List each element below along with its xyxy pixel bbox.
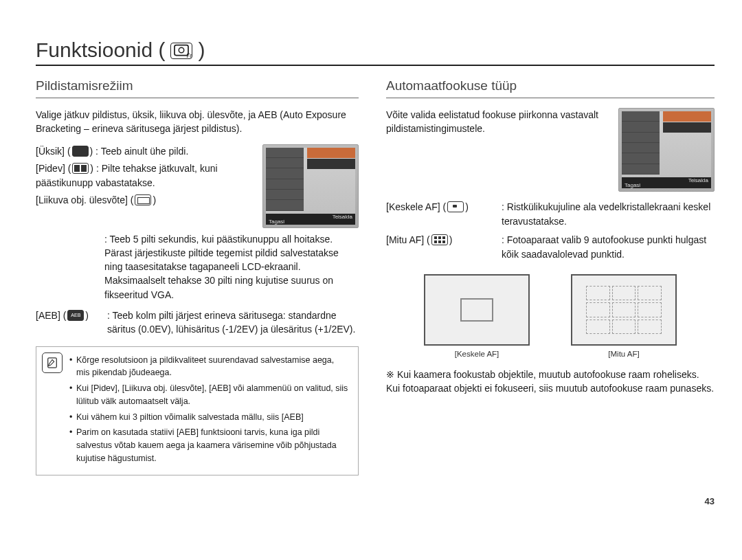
single-shot-icon xyxy=(72,146,89,157)
fig-multi-af: [Mitu AF] xyxy=(571,274,677,358)
opt-uksik: [Üksik] () : Teeb ainult ühe pildi. xyxy=(36,144,254,159)
svg-text:Fn: Fn xyxy=(187,52,192,58)
right-heading: Automaatfookuse tüüp xyxy=(386,78,715,98)
note-icon xyxy=(42,352,63,373)
opt-aeb: [AEB] (AEB) : Teeb kolm pilti järjest er… xyxy=(36,309,359,337)
multi-af-icon xyxy=(431,234,448,245)
page-title: Funktsioonid ( Fn ) xyxy=(36,38,715,66)
aeb-icon: AEB xyxy=(67,310,84,321)
opt-liikuva-label: [Liikuva obj. ülesvõte] () xyxy=(36,193,254,208)
svg-point-1 xyxy=(179,47,185,53)
center-af-icon xyxy=(447,201,464,212)
title-suffix: ) xyxy=(198,38,205,62)
fig-center-af: [Keskele AF] xyxy=(424,274,530,358)
note-item: Kui [Pidev], [Liikuva obj. ülesvõte], [A… xyxy=(69,382,350,408)
right-intro: Võite valida eelistatud fookuse piirkonn… xyxy=(386,108,610,136)
note-item: Parim on kasutada statiivi [AEB] funktsi… xyxy=(69,426,350,464)
note-item: Kui vähem kui 3 piltion võimalik salvest… xyxy=(69,411,350,424)
left-intro: Valige jätkuv pildistus, üksik, liikuva … xyxy=(36,108,359,136)
af-footnote: ※ Kui kaamera fookustab objektile, muutu… xyxy=(386,368,715,396)
continuous-icon xyxy=(72,163,89,174)
motion-capture-icon xyxy=(135,194,151,205)
page-number: 43 xyxy=(36,496,715,506)
opt-liikuva-desc: : Teeb 5 pilti sekundis, kui päästikunup… xyxy=(104,232,359,302)
opt-keskele: [Keskele AF] () : Ristkülikukujuline ala… xyxy=(386,200,715,229)
fn-icon: Fn xyxy=(170,43,192,59)
center-af-mark xyxy=(460,298,493,322)
lcd-preview-right: TagasiTeisalda xyxy=(618,108,715,192)
lcd-preview-left: TagasiTeisalda xyxy=(262,144,359,228)
left-heading: Pildistamisrežiim xyxy=(36,78,359,98)
note-item: Kõrge resolutsioon ja pildikvaliteet suu… xyxy=(69,354,350,380)
title-text: Funktsioonid ( xyxy=(36,38,165,62)
opt-mitu: [Mitu AF] () : Fotoaparaat valib 9 autof… xyxy=(386,233,715,262)
opt-pidev: [Pidev] () : Pilte tehakse jätkuvalt, ku… xyxy=(36,161,254,190)
note-box: Kõrge resolutsioon ja pildikvaliteet suu… xyxy=(36,346,359,475)
multi-af-grid xyxy=(586,286,662,334)
